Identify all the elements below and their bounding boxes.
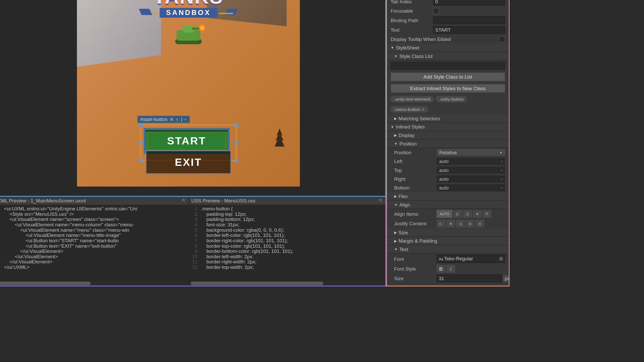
game-exit-button[interactable]: EXIT [146,150,231,174]
align-auto-button[interactable]: AUTO [437,210,453,218]
section-size[interactable]: ▶Size [387,229,509,237]
section-classlist[interactable]: ▼Style Class List [387,52,509,61]
fontsize-field[interactable] [437,274,502,282]
uss-preview-title: USS Preview [191,198,220,203]
section-align[interactable]: ▼Align [387,201,509,209]
extract-styles-button[interactable]: Extract Inlined Styles to New Class [391,84,505,93]
align-icon[interactable]: ⫞ [176,117,178,122]
font-field[interactable]: Aa Teko-Regular⊙ [437,255,505,263]
position-dropdown[interactable]: Relative▼ [437,149,505,156]
displaytooltip-checkbox[interactable] [499,36,505,42]
bold-button[interactable]: B [437,265,445,273]
text-field[interactable] [433,26,505,34]
align-icon[interactable]: ≡ [170,117,173,122]
align-button[interactable]: ⊏ [453,210,462,218]
section-matching[interactable]: ▶Matching Selectors [387,115,509,123]
top-field[interactable]: auto- [437,167,505,174]
justify-button[interactable]: ⊏ [437,220,445,228]
align-button[interactable]: ≡ [473,210,481,218]
game-title: TANKS [154,0,224,8]
align-button[interactable]: ⊐ [463,210,472,218]
class-pill[interactable]: .menu-button [391,106,428,113]
class-pill[interactable]: .unity-text-element [391,96,434,103]
game-start-button[interactable]: START [144,128,230,154]
left-field[interactable]: auto- [437,158,505,165]
scrollbar[interactable] [189,281,385,286]
section-text[interactable]: ▼Text [387,245,509,254]
game-subtitle: SANDBOX [166,9,211,17]
bottom-field[interactable]: auto- [437,184,505,191]
bindingpath-field[interactable] [433,16,505,24]
focusable-checkbox[interactable] [433,8,439,14]
tank-sprite [174,23,202,44]
section-margin[interactable]: ▶Margin & Padding [387,237,509,245]
section-stylesheet[interactable]: ▼StyleSheet [387,44,509,52]
uxml-preview-title: UXML Preview [0,198,26,203]
popout-icon[interactable]: ⇱ [182,198,186,203]
section-position[interactable]: ▼Position [387,140,509,148]
font-picker-icon[interactable]: ⊙ [499,256,503,262]
popout-icon[interactable]: ⇱ [379,198,383,203]
inspector-panel: 6 Inspector ▼Button Name View Data Key P… [386,0,510,287]
justify-button[interactable]: ≡ [446,220,455,228]
justify-button[interactable]: ⫼ [466,220,474,228]
viewport-panel: 4 Viewport - UI Builder 1.0.0-preview.11… [0,0,386,197]
scrollbar[interactable] [0,281,188,286]
class-pill[interactable]: .unity-button [436,96,467,103]
align-icon[interactable]: |→ [181,117,187,122]
selection-label: #start-button ≡ ⫞ |→ [138,116,190,123]
align-button[interactable]: ⊓ [482,210,491,218]
uss-code: 1.menu-button {2 padding-top: 12px;3 pad… [189,205,385,281]
unit-label[interactable]: px [503,275,510,282]
right-field[interactable]: auto- [437,176,505,183]
class-input[interactable] [391,62,505,70]
uxml-code: 1<ui:UXML xmlns:ui="UnityEngine.UIElemen… [0,205,188,281]
italic-button[interactable]: I [446,265,455,273]
tabindex-field[interactable] [433,0,505,6]
game-canvas: TANKS SANDBOX #start-button ≡ ⫞ |→ [77,0,300,187]
canvas-area[interactable]: 1_MainMenuScreen.uxml TANKS SANDBOX [0,0,385,196]
section-inlined[interactable]: ▼Inlined Styles [387,123,509,131]
add-class-button[interactable]: Add Style Class to List [391,73,505,81]
justify-button[interactable]: ⫼ [476,220,484,228]
code-previews: 5 UXML Preview - 1_MainMenuScreen.uxml ⇱… [0,197,386,287]
section-display[interactable]: ▶Display [387,131,509,140]
section-flex[interactable]: ▶Flex [387,192,509,201]
justify-button[interactable]: ⊐ [456,220,465,228]
